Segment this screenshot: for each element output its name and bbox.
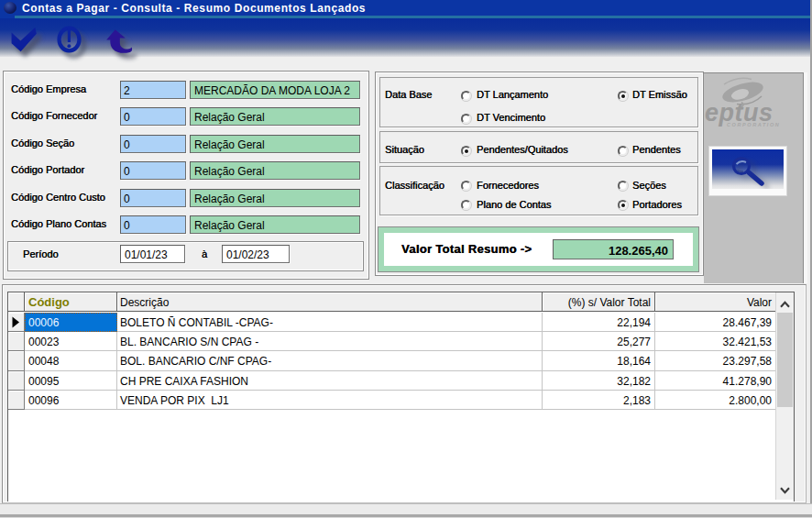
svg-text:CORPORATION: CORPORATION bbox=[727, 122, 780, 127]
